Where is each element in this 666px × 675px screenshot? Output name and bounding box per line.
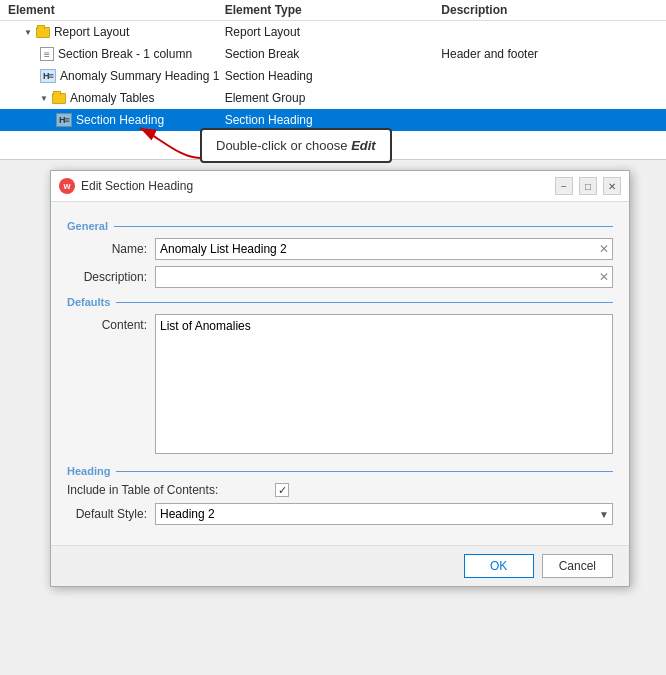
content-textarea[interactable]: List of Anomalies [155,314,613,454]
name-row: Name: ✕ [67,238,613,260]
row-label: Report Layout [54,25,129,39]
toc-checkbox[interactable] [275,483,289,497]
style-label: Default Style: [67,507,147,521]
dialog-icon-letter: w [63,181,70,191]
content-textarea-wrap: List of Anomalies [155,314,613,457]
row-type: Section Heading [225,69,442,83]
tree-row[interactable]: ≡ Section Break - 1 column Section Break… [0,43,666,65]
dialog-titlebar: w Edit Section Heading − □ ✕ [51,171,629,202]
toc-label: Include in Table of Contents: [67,483,267,497]
tree-row[interactable]: ▼ Report Layout Report Layout [0,21,666,43]
content-row: Content: List of Anomalies [67,314,613,457]
expand-arrow[interactable]: ▼ [40,94,48,103]
row-label: Section Heading [76,113,164,127]
description-clear-button[interactable]: ✕ [597,270,611,284]
dialog-title: Edit Section Heading [81,179,549,193]
dialog-close-button[interactable]: ✕ [603,177,621,195]
col-description: Description [441,3,658,17]
dialog-maximize-button[interactable]: □ [579,177,597,195]
style-row: Default Style: Heading 1 Heading 2 Headi… [67,503,613,525]
tree-row[interactable]: H≡ Anomaly Summary Heading 1 Section Hea… [0,65,666,87]
dialog-app-icon: w [59,178,75,194]
col-element: Element [8,3,225,17]
description-input[interactable] [155,266,613,288]
description-input-wrap: ✕ [155,266,613,288]
content-label: Content: [67,318,147,332]
tooltip-italic: Edit [351,138,376,153]
name-input[interactable] [155,238,613,260]
heading-icon: H≡ [56,113,72,127]
row-type: Section Heading [225,113,442,127]
toc-checkbox-wrap[interactable] [275,483,289,497]
heading-icon: H≡ [40,69,56,83]
toc-row: Include in Table of Contents: [67,483,613,497]
row-type: Report Layout [225,25,442,39]
edit-section-heading-dialog: w Edit Section Heading − □ ✕ General Nam… [50,170,630,587]
style-select[interactable]: Heading 1 Heading 2 Heading 3 Heading 4 [155,503,613,525]
expand-arrow[interactable]: ▼ [24,28,32,37]
row-type: Element Group [225,91,442,105]
description-row: Description: ✕ [67,266,613,288]
tree-row[interactable]: ▼ Anomaly Tables Element Group [0,87,666,109]
section-icon: ≡ [40,47,54,61]
col-type: Element Type [225,3,442,17]
ok-button[interactable]: OK [464,554,534,578]
tree-header: Element Element Type Description [0,0,666,21]
style-select-wrap: Heading 1 Heading 2 Heading 3 Heading 4 … [155,503,613,525]
section-general-label: General [67,220,613,232]
folder-icon [52,93,66,104]
row-label: Section Break - 1 column [58,47,192,61]
row-desc: Header and footer [441,47,658,61]
dialog-body: General Name: ✕ Description: ✕ Defaults … [51,202,629,545]
folder-icon [36,27,50,38]
row-type: Section Break [225,47,442,61]
row-label: Anomaly Summary Heading 1 [60,69,219,83]
dialog-footer: OK Cancel [51,545,629,586]
cancel-button[interactable]: Cancel [542,554,613,578]
section-heading-label: Heading [67,465,613,477]
name-clear-button[interactable]: ✕ [597,242,611,256]
description-label: Description: [67,270,147,284]
tooltip-text: Double-click or choose [216,138,351,153]
tooltip-bubble: Double-click or choose Edit [200,128,392,163]
name-label: Name: [67,242,147,256]
row-label: Anomaly Tables [70,91,155,105]
name-input-wrap: ✕ [155,238,613,260]
section-defaults-label: Defaults [67,296,613,308]
dialog-minimize-button[interactable]: − [555,177,573,195]
